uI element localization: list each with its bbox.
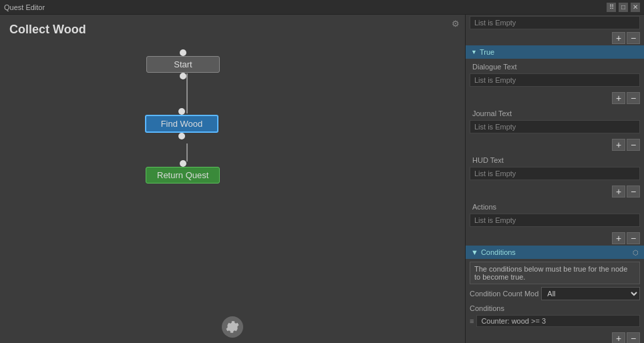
conditions-add-btn[interactable]: +: [612, 332, 625, 343]
conditions-remove-btn[interactable]: −: [627, 332, 640, 343]
actions-remove-btn[interactable]: −: [627, 232, 640, 244]
actions-label: Actions: [470, 202, 640, 212]
actions-add-remove: + −: [466, 231, 644, 246]
hud-remove-btn[interactable]: −: [627, 186, 640, 198]
dialogue-remove-btn[interactable]: −: [627, 92, 640, 104]
node-start-box[interactable]: Start: [146, 56, 220, 73]
dialogue-add-btn[interactable]: +: [612, 92, 625, 104]
connector-find-wood-top[interactable]: [178, 108, 185, 115]
journal-add-remove: + −: [466, 137, 644, 152]
top-list-item: List is Empty: [466, 15, 644, 31]
gear-svg: [226, 320, 239, 334]
conditions-dropdown-icon[interactable]: ⬡: [633, 249, 639, 256]
connector-find-wood-bottom[interactable]: [178, 133, 185, 139]
main-area: Collect Wood ⚙ Start Find Wood: [0, 15, 644, 343]
top-add-btn[interactable]: +: [612, 32, 625, 44]
connector-start-bottom[interactable]: [180, 73, 186, 79]
graph-title: Collect Wood: [9, 23, 86, 37]
node-start[interactable]: Start: [146, 49, 220, 79]
conditions-add-remove: + −: [466, 331, 644, 343]
title-bar: Quest Editor ⠿ □ ✕: [0, 0, 644, 15]
condition-count-select[interactable]: All Any None: [541, 287, 640, 300]
condition-text-0: Counter: wood >= 3: [476, 315, 640, 327]
conditions-arrow-icon: ▼: [471, 248, 478, 256]
title-bar-label: Quest Editor: [4, 3, 607, 11]
journal-text-empty: List is Empty: [470, 120, 640, 133]
true-section-label: True: [480, 48, 494, 56]
title-bar-menu-btn[interactable]: ⠿: [607, 3, 616, 12]
connector-return-quest-top[interactable]: [180, 160, 186, 167]
connector-start-top[interactable]: [180, 49, 186, 56]
condition-item-0: ≡ Counter: wood >= 3: [470, 314, 640, 328]
journal-text-section: Journal Text List is Empty: [466, 105, 644, 137]
conditions-header[interactable]: ▼ Conditions ⬡: [466, 246, 644, 259]
journal-add-btn[interactable]: +: [612, 139, 625, 151]
node-return-quest-label: Return Quest: [157, 170, 208, 180]
actions-empty: List is Empty: [470, 214, 640, 227]
conditions-sub-label: Conditions: [470, 303, 640, 314]
condition-count-row: Condition Count Mod All Any None: [470, 287, 640, 300]
bottom-gear-icon[interactable]: [222, 316, 243, 338]
connections-svg: [0, 15, 465, 343]
title-bar-close-btn[interactable]: ✕: [631, 3, 640, 12]
top-remove-btn[interactable]: −: [627, 32, 640, 44]
journal-text-label: Journal Text: [470, 108, 640, 119]
node-find-wood-label: Find Wood: [161, 119, 203, 129]
hud-text-label: HUD Text: [470, 155, 640, 165]
hud-text-empty: List is Empty: [470, 167, 640, 180]
conditions-body: The conditions below must be true for th…: [466, 259, 644, 331]
journal-remove-btn[interactable]: −: [627, 139, 640, 151]
true-arrow-icon: ▼: [471, 49, 477, 55]
title-bar-controls: ⠿ □ ✕: [607, 3, 640, 12]
actions-section: Actions List is Empty: [466, 199, 644, 231]
dialogue-text-section: Dialogue Text List is Empty: [466, 59, 644, 91]
top-list-empty: List is Empty: [470, 16, 640, 29]
right-panel: List is Empty + − ▼ True Dialogue Text L…: [465, 15, 644, 343]
hud-add-btn[interactable]: +: [612, 186, 625, 198]
gear-icon[interactable]: ⚙: [452, 19, 460, 29]
graph-panel[interactable]: Collect Wood ⚙ Start Find Wood: [0, 15, 465, 343]
hud-add-remove: + −: [466, 184, 644, 199]
top-add-remove: + −: [466, 31, 644, 45]
dialogue-add-remove: + −: [466, 91, 644, 105]
conditions-info: The conditions below must be true for th…: [470, 262, 640, 284]
condition-count-label: Condition Count Mod: [470, 290, 538, 298]
condition-handle-icon: ≡: [470, 317, 474, 325]
node-return-quest[interactable]: Return Quest: [146, 160, 220, 184]
node-return-quest-box[interactable]: Return Quest: [146, 167, 220, 184]
hud-text-section: HUD Text List is Empty: [466, 152, 644, 184]
node-start-label: Start: [174, 59, 192, 69]
dialogue-text-label: Dialogue Text: [470, 61, 640, 72]
title-bar-maximize-btn[interactable]: □: [619, 3, 628, 12]
node-find-wood-box[interactable]: Find Wood: [145, 115, 218, 133]
dialogue-text-empty: List is Empty: [470, 73, 640, 87]
true-section-header[interactable]: ▼ True: [466, 45, 644, 59]
node-find-wood[interactable]: Find Wood: [145, 108, 218, 139]
actions-add-btn[interactable]: +: [612, 232, 625, 244]
conditions-label: Conditions: [481, 248, 516, 256]
